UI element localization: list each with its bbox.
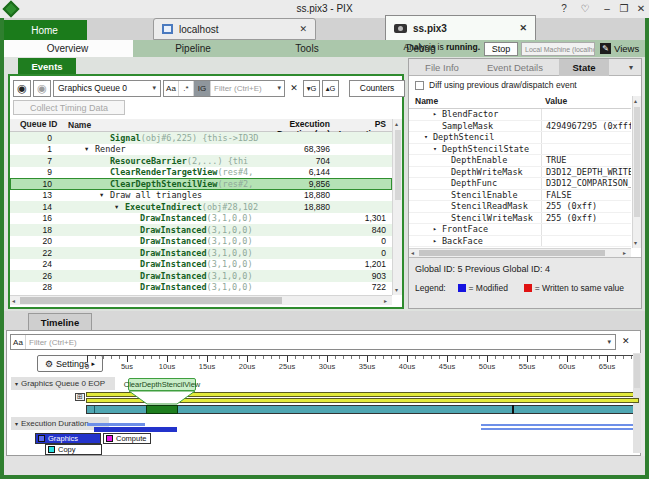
event-row[interactable]: 16DrawInstanced(3,1,0,0)1,301 [10, 213, 392, 225]
state-row[interactable]: DepthWriteMaskD3D12_DEPTH_WRITE_MASK_… [409, 167, 631, 179]
diff-checkbox[interactable] [415, 81, 424, 90]
scroll-down-icon[interactable]: ▾ [634, 239, 637, 247]
state-row[interactable]: DepthEnableTRUE [409, 155, 631, 167]
duration-bar-light[interactable] [481, 428, 640, 430]
expander-icon[interactable]: ▸ [433, 225, 442, 233]
feedback-heart-icon[interactable]: ♡ [577, 2, 593, 16]
event-row[interactable]: 1▾Render68,396 [10, 144, 392, 156]
minimize-button[interactable]: – [599, 2, 615, 16]
match-case-button[interactable]: Aa [164, 81, 179, 96]
prev-group-button[interactable]: ▴G [322, 80, 339, 97]
chevron-down-icon[interactable]: ▾ [277, 84, 284, 92]
state-row[interactable]: ▸BackFace [409, 236, 631, 248]
event-row[interactable]: 7ResourceBarrier(2,...) {thi704 [10, 155, 392, 167]
legend-compute-chip[interactable]: Compute [103, 433, 151, 444]
event-row[interactable]: 10ClearDepthStencilView(res#2,9,856 [10, 178, 392, 190]
event-row[interactable]: 9ClearRenderTargetView(res#4,6,144 [10, 167, 392, 179]
timeline-tab[interactable]: Timeline [28, 313, 92, 330]
counters-button[interactable]: Counters [349, 80, 405, 97]
collapse-icon[interactable]: ▾ [15, 420, 18, 427]
scroll-down-icon[interactable]: ▾ [395, 286, 398, 294]
expander-icon[interactable]: ▸ [433, 110, 442, 118]
stop-button[interactable]: Stop [484, 42, 518, 56]
timeline-clear-filter-icon[interactable]: ✕ [622, 336, 630, 346]
state-row[interactable]: ▾DepthStencilState [409, 144, 631, 156]
duration-bar-dark[interactable] [94, 427, 177, 432]
scroll-left-icon[interactable]: ◂ [411, 249, 414, 257]
maximize-button[interactable]: ❐ [616, 2, 632, 16]
tab-localhost[interactable]: localhost ✕ [153, 18, 316, 40]
event-row[interactable]: 26DrawInstanced(3,1,0,0)903 [10, 270, 392, 282]
scroll-up-icon[interactable]: ▴ [395, 120, 398, 128]
state-row[interactable]: ▸BlendFactor [409, 109, 631, 121]
chevron-down-icon[interactable]: ▾ [629, 63, 633, 72]
column-name[interactable]: Name [415, 96, 438, 106]
event-callout[interactable]: ClearDepthStencilView [128, 378, 196, 391]
collect-timing-button[interactable]: Collect Timing Data [13, 100, 125, 115]
events-filter-input[interactable] [211, 84, 277, 93]
column-name[interactable]: Name [62, 119, 264, 131]
prev-event-button[interactable]: ◉ [13, 80, 31, 97]
state-row[interactable]: DepthFuncD3D12_COMPARISON_FUNC_… [409, 178, 631, 190]
clear-filter-icon[interactable]: ✕ [287, 83, 301, 93]
scrollbar-thumb[interactable] [419, 250, 605, 256]
chevron-down-icon[interactable]: ▾ [607, 338, 615, 346]
legend-graphics-chip[interactable]: Graphics [35, 433, 101, 444]
event-row[interactable]: 13▾Draw all triangles18,880 [10, 190, 392, 202]
machine-select[interactable]: Local Machine (localhost) ▾ [521, 42, 595, 56]
close-button[interactable]: ✕ [633, 2, 649, 16]
match-case-button[interactable]: Aa [11, 335, 26, 349]
tab-home[interactable]: Home [2, 20, 87, 40]
state-row[interactable]: StencilEnableFALSE [409, 190, 631, 202]
state-row[interactable]: StencilReadMask255 (0xff) [409, 201, 631, 213]
lane-expand-handle[interactable]: ⊞ [75, 393, 85, 401]
state-horizontal-scrollbar[interactable]: ◂ ▸ [409, 248, 631, 257]
state-row[interactable]: ▸FrontFace [409, 224, 631, 236]
tab-state[interactable]: State [559, 59, 609, 76]
state-vertical-scrollbar[interactable]: ▴ ▾ [632, 96, 641, 248]
expander-icon[interactable]: ▸ [433, 237, 442, 245]
tab-localhost-close-icon[interactable]: ✕ [299, 24, 307, 34]
column-queue-id[interactable]: Queue ID [10, 119, 62, 131]
help-button[interactable]: ? [556, 2, 572, 16]
collapse-icon[interactable]: ▾ [15, 380, 18, 387]
expander-icon[interactable]: ▾ [100, 191, 110, 199]
views-button[interactable]: ✎ Views [600, 41, 644, 56]
events-panel-tab[interactable]: Events [18, 58, 76, 75]
column-value[interactable]: Value [545, 96, 567, 106]
state-row[interactable]: SampleMask4294967295 (0xffffffff) [409, 121, 631, 133]
expander-icon[interactable]: ▾ [424, 133, 433, 141]
expander-icon[interactable]: ▾ [85, 145, 95, 153]
timeline-vertical-scrollbar[interactable] [633, 353, 641, 453]
scrollbar-thumb[interactable] [634, 354, 640, 388]
ribbon-tab-tools[interactable]: Tools [285, 40, 329, 57]
scrollbar-thumb[interactable] [395, 130, 401, 200]
scroll-right-icon[interactable]: ▸ [384, 297, 387, 305]
events-horizontal-scrollbar[interactable]: ◂ ▸ [10, 295, 392, 305]
regex-button[interactable]: .* [179, 81, 194, 96]
scroll-up-icon[interactable]: ▴ [634, 97, 637, 105]
next-group-button[interactable]: ▾G [303, 80, 320, 97]
state-row[interactable]: StencilWriteMask255 (0xff) [409, 213, 631, 225]
ribbon-tab-overview[interactable]: Overview [2, 40, 133, 57]
legend-copy-chip[interactable]: Copy [45, 444, 102, 455]
event-row[interactable]: 14▾ExecuteIndirect(obj#28,10218,880 [10, 201, 392, 213]
event-row[interactable]: 22DrawInstanced(3,1,0,0)0 [10, 247, 392, 259]
expander-icon[interactable]: ▾ [115, 203, 125, 211]
timeline-ruler[interactable]: 05us10us15us20us25us30us35us40us45us50us… [87, 355, 639, 371]
scroll-right-icon[interactable]: ▸ [623, 249, 626, 257]
duration-bar-light[interactable] [481, 424, 639, 426]
expander-icon[interactable]: ▾ [433, 145, 442, 153]
lane-graphics-queue-eop[interactable]: ▾ Graphics Queue 0 EOP [11, 377, 115, 390]
tab-sspix3[interactable]: ss.pix3 ✕ [385, 15, 536, 40]
event-row[interactable]: 20DrawInstanced(3,1,0,0)0 [10, 236, 392, 248]
event-row[interactable]: 28DrawInstanced(3,1,0,0)722 [10, 282, 392, 294]
column-ps-invocations[interactable]: PS Invocations [336, 119, 392, 131]
ribbon-tab-pipeline[interactable]: Pipeline [160, 40, 226, 57]
selected-event-segment[interactable] [146, 405, 178, 414]
scrollbar-thumb[interactable] [20, 297, 282, 304]
scroll-left-icon[interactable]: ◂ [12, 297, 15, 305]
event-row[interactable]: 0Signal(obj#6,225) {this->ID3D [10, 132, 392, 144]
ignore-group-button[interactable]: IG [194, 81, 211, 96]
state-row[interactable]: ▾DepthStencil [409, 132, 631, 144]
